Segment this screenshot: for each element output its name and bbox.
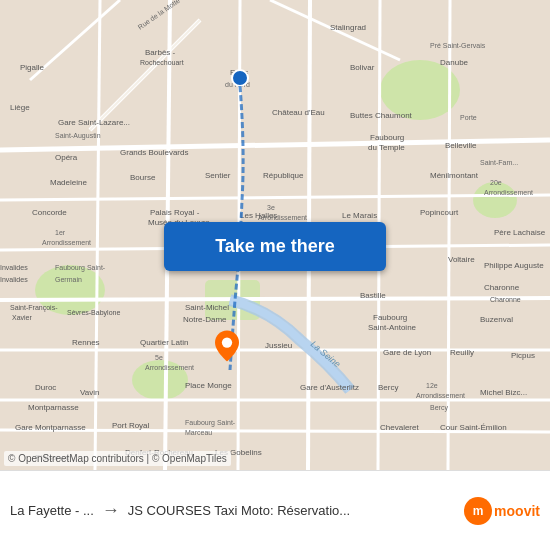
svg-text:Gare Montparnasse: Gare Montparnasse <box>15 423 86 432</box>
svg-text:Quartier Latin: Quartier Latin <box>140 338 188 347</box>
svg-text:Voltaire: Voltaire <box>448 255 475 264</box>
svg-text:Gare Saint-Lazare...: Gare Saint-Lazare... <box>58 118 130 127</box>
svg-point-4 <box>473 182 517 218</box>
svg-text:du Temple: du Temple <box>368 143 405 152</box>
svg-text:Philippe Auguste: Philippe Auguste <box>484 261 544 270</box>
svg-text:Arrondissement: Arrondissement <box>145 364 194 371</box>
svg-text:Saint-Michel: Saint-Michel <box>185 303 229 312</box>
svg-text:Porte: Porte <box>460 114 477 121</box>
svg-text:Concorde: Concorde <box>32 208 67 217</box>
svg-text:1er: 1er <box>55 229 66 236</box>
arrow-icon: → <box>102 500 120 521</box>
svg-text:Saint-Augustin: Saint-Augustin <box>55 132 101 140</box>
svg-text:Rennes: Rennes <box>72 338 100 347</box>
svg-text:Reuilly: Reuilly <box>450 348 474 357</box>
svg-text:Bourse: Bourse <box>130 173 156 182</box>
svg-text:Bercy: Bercy <box>430 404 448 412</box>
svg-text:Vavin: Vavin <box>80 388 99 397</box>
svg-point-109 <box>222 337 232 347</box>
svg-text:5e: 5e <box>155 354 163 361</box>
svg-text:Opéra: Opéra <box>55 153 78 162</box>
svg-text:Faubourg Saint-: Faubourg Saint- <box>185 419 236 427</box>
svg-text:12e: 12e <box>426 382 438 389</box>
destination-pin <box>215 330 239 362</box>
svg-text:Picpus: Picpus <box>511 351 535 360</box>
svg-text:Charonne: Charonne <box>484 283 520 292</box>
svg-text:Liège: Liège <box>10 103 30 112</box>
svg-text:Rochechouart: Rochechouart <box>140 59 184 66</box>
moovit-logo: m moovit <box>464 497 540 525</box>
moovit-text: moovit <box>494 503 540 519</box>
take-me-there-button[interactable]: Take me there <box>164 222 386 271</box>
svg-text:Pré Saint-Gervais: Pré Saint-Gervais <box>430 42 486 49</box>
svg-text:Palais Royal -: Palais Royal - <box>150 208 200 217</box>
svg-text:Gare de Lyon: Gare de Lyon <box>383 348 431 357</box>
svg-text:Duroc: Duroc <box>35 383 56 392</box>
copyright-text: © OpenStreetMap contributors | © OpenMap… <box>4 451 231 466</box>
svg-text:Montparnasse: Montparnasse <box>28 403 79 412</box>
svg-text:Arrondissement: Arrondissement <box>258 214 307 221</box>
svg-text:Marceau: Marceau <box>185 429 212 436</box>
svg-text:Notre-Dame: Notre-Dame <box>183 315 227 324</box>
svg-text:Saint-Fam...: Saint-Fam... <box>480 159 518 166</box>
svg-text:Jussieu: Jussieu <box>265 341 292 350</box>
svg-text:Arrondissement: Arrondissement <box>416 392 465 399</box>
svg-point-108 <box>232 70 248 86</box>
svg-text:Bercy: Bercy <box>378 383 398 392</box>
svg-text:20e: 20e <box>490 179 502 186</box>
svg-text:Invalides: Invalides <box>0 276 28 283</box>
svg-text:Arrondissement: Arrondissement <box>484 189 533 196</box>
svg-text:Château d'Eau: Château d'Eau <box>272 108 325 117</box>
svg-text:Sèvres-Babylone: Sèvres-Babylone <box>67 309 120 317</box>
svg-text:3e: 3e <box>267 204 275 211</box>
svg-text:Chevaleret: Chevaleret <box>380 423 419 432</box>
svg-text:Père Lachaise: Père Lachaise <box>494 228 546 237</box>
svg-text:République: République <box>263 171 304 180</box>
svg-text:Grands Boulevards: Grands Boulevards <box>120 148 188 157</box>
moovit-logo-icon: m <box>464 497 492 525</box>
bottom-bar: La Fayette - ... → JS COURSES Taxi Moto:… <box>0 470 550 550</box>
svg-text:Danube: Danube <box>440 58 469 67</box>
svg-text:Pigalle: Pigalle <box>20 63 45 72</box>
svg-line-13 <box>0 298 550 300</box>
svg-text:Faubourg Saint-: Faubourg Saint- <box>55 264 106 272</box>
destination-label: JS COURSES Taxi Moto: Réservatio... <box>128 503 456 518</box>
svg-text:Xavier: Xavier <box>12 314 33 321</box>
svg-text:Buzenval: Buzenval <box>480 315 513 324</box>
svg-text:Faubourg: Faubourg <box>370 133 404 142</box>
svg-text:Popincourt: Popincourt <box>420 208 459 217</box>
svg-text:Madeleine: Madeleine <box>50 178 87 187</box>
svg-text:Buttes Chaumont: Buttes Chaumont <box>350 111 413 120</box>
svg-text:Belleville: Belleville <box>445 141 477 150</box>
svg-text:Faubourg: Faubourg <box>373 313 407 322</box>
map-container: La Seine Rue de la Motte Pigalle Barbès … <box>0 0 550 470</box>
svg-text:Le Marais: Le Marais <box>342 211 377 220</box>
origin-label: La Fayette - ... <box>10 503 94 518</box>
svg-text:Charonne: Charonne <box>490 296 521 303</box>
svg-text:Bastille: Bastille <box>360 291 386 300</box>
svg-text:Germain: Germain <box>55 276 82 283</box>
svg-text:Sentier: Sentier <box>205 171 231 180</box>
svg-text:Cour Saint-Émilion: Cour Saint-Émilion <box>440 423 507 432</box>
svg-text:Stalingrad: Stalingrad <box>330 23 366 32</box>
svg-line-22 <box>448 0 450 470</box>
svg-text:Michel Bizc...: Michel Bizc... <box>480 388 527 397</box>
svg-text:Saint-Antoine: Saint-Antoine <box>368 323 417 332</box>
svg-text:Ménilmontant: Ménilmontant <box>430 171 479 180</box>
svg-text:Arrondissement: Arrondissement <box>42 239 91 246</box>
svg-text:Saint-François-: Saint-François- <box>10 304 58 312</box>
svg-text:Invalides: Invalides <box>0 264 28 271</box>
svg-text:Barbès -: Barbès - <box>145 48 176 57</box>
svg-text:Port Royal: Port Royal <box>112 421 150 430</box>
svg-text:Gare d'Austerlitz: Gare d'Austerlitz <box>300 383 359 392</box>
svg-text:Place Monge: Place Monge <box>185 381 232 390</box>
svg-text:Bolivar: Bolivar <box>350 63 375 72</box>
